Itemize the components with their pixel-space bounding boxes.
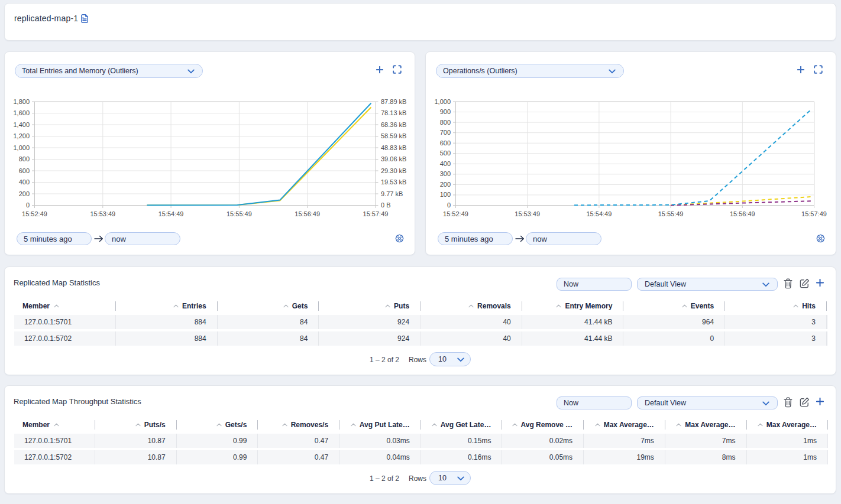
svg-text:39.06 kB: 39.06 kB: [381, 155, 406, 162]
svg-text:600: 600: [440, 139, 451, 147]
svg-text:29.30 kB: 29.30 kB: [381, 167, 406, 174]
svg-text:15:52:49: 15:52:49: [443, 210, 468, 217]
svg-text:78.13 kB: 78.13 kB: [381, 109, 406, 116]
svg-text:100: 100: [440, 191, 451, 198]
svg-text:1,800: 1,800: [13, 98, 30, 105]
svg-text:800: 800: [440, 119, 451, 126]
svg-text:0 B: 0 B: [381, 201, 391, 209]
svg-text:700: 700: [440, 129, 451, 136]
svg-text:58.59 kB: 58.59 kB: [381, 132, 406, 139]
svg-text:19.53 kB: 19.53 kB: [381, 178, 406, 186]
svg-text:15:54:49: 15:54:49: [586, 210, 612, 217]
svg-text:15:53:49: 15:53:49: [515, 210, 540, 217]
svg-text:400: 400: [19, 178, 30, 186]
svg-text:15:57:49: 15:57:49: [801, 210, 827, 217]
svg-text:15:55:49: 15:55:49: [227, 210, 252, 217]
svg-text:15:56:49: 15:56:49: [730, 210, 755, 217]
svg-text:1,000: 1,000: [434, 98, 451, 105]
svg-text:0: 0: [26, 201, 30, 209]
svg-text:48.83 kB: 48.83 kB: [381, 144, 406, 151]
svg-text:200: 200: [19, 190, 30, 197]
svg-text:15:55:49: 15:55:49: [658, 210, 684, 217]
svg-text:1,200: 1,200: [13, 132, 30, 139]
svg-text:15:52:49: 15:52:49: [22, 210, 47, 217]
svg-text:0: 0: [447, 201, 451, 209]
svg-text:9.77 kB: 9.77 kB: [381, 190, 403, 197]
svg-text:400: 400: [440, 160, 451, 167]
svg-text:500: 500: [440, 149, 451, 157]
svg-text:200: 200: [440, 181, 451, 188]
svg-text:900: 900: [440, 108, 451, 115]
svg-text:600: 600: [19, 167, 30, 174]
svg-text:15:56:49: 15:56:49: [295, 210, 320, 217]
svg-text:87.89 kB: 87.89 kB: [381, 98, 406, 105]
svg-text:1,400: 1,400: [13, 121, 30, 128]
svg-text:68.36 kB: 68.36 kB: [381, 121, 406, 128]
svg-text:15:53:49: 15:53:49: [90, 210, 115, 217]
svg-text:300: 300: [440, 170, 451, 177]
svg-text:1,600: 1,600: [13, 109, 30, 116]
svg-text:15:54:49: 15:54:49: [159, 210, 184, 217]
svg-text:800: 800: [19, 155, 30, 162]
svg-text:15:57:49: 15:57:49: [363, 210, 389, 217]
svg-text:1,000: 1,000: [13, 144, 30, 151]
